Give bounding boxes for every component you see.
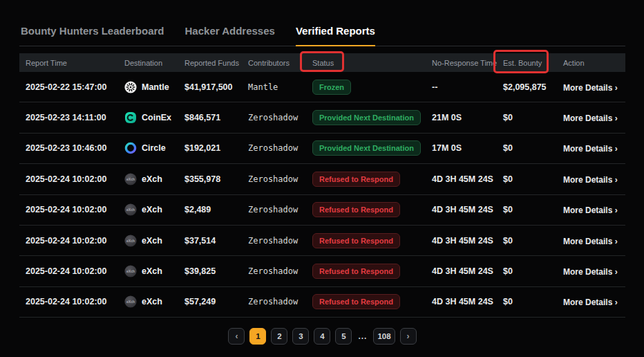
contributors-cell: Zeroshadow [242, 236, 306, 246]
exch-icon: eXch [124, 235, 137, 247]
column-header-reported-funds: Reported Funds [178, 59, 242, 67]
tab-verified-reports[interactable]: Verified Reports [296, 25, 375, 37]
report-time-cell: 2025-02-23 10:46:00 [19, 143, 118, 153]
status-cell: Provided Next Destination [306, 140, 426, 156]
pagination-page-2[interactable]: 2 [271, 328, 287, 345]
verified-reports-page: Bounty Hunters LeaderboardHacker Address… [0, 0, 644, 357]
report-time-cell: 2025-02-23 14:11:00 [19, 113, 118, 122]
column-header-status: Status [306, 59, 426, 67]
more-details-link[interactable]: More Details › [563, 144, 618, 154]
svg-text:eXch: eXch [126, 269, 135, 273]
reported-funds-cell: $39,825 [178, 266, 242, 276]
status-cell: Refused to Respond [306, 264, 426, 279]
exch-icon: eXch [124, 173, 137, 185]
more-details-link[interactable]: More Details › [563, 267, 618, 277]
more-details-link[interactable]: More Details › [563, 113, 618, 123]
action-cell: More Details › [557, 81, 625, 93]
status-cell: Refused to Respond [306, 233, 426, 248]
tab-bounty-hunters-leaderboard[interactable]: Bounty Hunters Leaderboard [21, 25, 164, 37]
report-time-cell: 2025-02-22 15:47:00 [19, 82, 118, 92]
contributors-cell: Mantle [242, 82, 306, 92]
pagination-page-3[interactable]: 3 [292, 328, 309, 345]
reported-funds-cell: $846,571 [178, 113, 242, 122]
action-cell: More Details › [557, 295, 625, 308]
table-row: 2025-02-23 10:46:00Circle$192,021Zerosha… [19, 134, 625, 164]
tab-bar: Bounty Hunters LeaderboardHacker Address… [19, 25, 625, 46]
column-header-contributors: Contributors [242, 59, 306, 67]
no-response-time-cell: 17M 0S [426, 143, 497, 153]
more-details-link[interactable]: More Details › [563, 205, 618, 215]
column-header-destination: Destination [118, 59, 178, 67]
reported-funds-cell: $41,917,500 [178, 82, 242, 92]
est-bounty-cell: $0 [497, 205, 557, 214]
table-row: 2025-02-24 10:02:00eXcheXch$57,249Zerosh… [19, 287, 625, 318]
reported-funds-cell: $57,249 [178, 297, 242, 306]
svg-text:eXch: eXch [126, 177, 135, 181]
pagination-prev-button[interactable]: ‹ [228, 328, 245, 345]
pagination-page-1[interactable]: 1 [249, 328, 266, 345]
status-cell: Refused to Respond [306, 172, 426, 187]
action-cell: More Details › [557, 142, 625, 154]
no-response-time-cell: 4D 3H 45M 24S [426, 297, 497, 306]
status-badge: Refused to Respond [312, 264, 400, 279]
svg-text:eXch: eXch [126, 208, 135, 212]
more-details-link[interactable]: More Details › [563, 83, 618, 93]
table-row: 2025-02-24 10:02:00eXcheXch$2,489Zerosha… [19, 195, 625, 226]
status-badge: Refused to Respond [312, 294, 400, 309]
pagination-ellipsis: ... [357, 331, 368, 341]
pagination-next-button[interactable]: › [400, 328, 417, 345]
contributors-cell: Zeroshadow [242, 205, 306, 214]
status-badge: Refused to Respond [312, 233, 400, 248]
destination-cell: Mantle [118, 81, 178, 93]
pagination-page-108[interactable]: 108 [373, 328, 395, 345]
reported-funds-cell: $2,489 [178, 205, 242, 214]
destination-label: CoinEx [142, 113, 171, 122]
action-cell: More Details › [557, 173, 625, 185]
destination-cell: eXcheXch [118, 235, 178, 247]
table-body: 2025-02-22 15:47:00Mantle$41,917,500Mant… [19, 72, 625, 318]
contributors-cell: Zeroshadow [242, 143, 306, 153]
status-cell: Frozen [306, 80, 426, 95]
status-badge: Provided Next Destination [312, 110, 421, 125]
action-cell: More Details › [557, 203, 625, 216]
destination-label: eXch [142, 297, 162, 306]
exch-icon: eXch [124, 265, 137, 277]
contributors-cell: Zeroshadow [242, 297, 306, 306]
reported-funds-cell: $37,514 [178, 236, 242, 246]
destination-label: Mantle [142, 82, 169, 92]
svg-text:eXch: eXch [126, 239, 135, 243]
destination-cell: Circle [118, 142, 178, 154]
action-cell: More Details › [557, 111, 625, 124]
destination-label: eXch [142, 236, 162, 246]
more-details-link[interactable]: More Details › [563, 175, 618, 185]
table-row: 2025-02-24 10:02:00eXcheXch$39,825Zerosh… [19, 256, 625, 286]
mantle-icon [124, 81, 137, 93]
report-time-cell: 2025-02-24 10:02:00 [19, 236, 118, 246]
pagination-page-4[interactable]: 4 [314, 328, 330, 345]
table-header-row: Report TimeDestinationReported FundsCont… [19, 53, 625, 72]
status-badge: Provided Next Destination [312, 140, 421, 156]
status-cell: Provided Next Destination [306, 110, 426, 125]
column-header-report-time: Report Time [19, 59, 118, 67]
action-cell: More Details › [557, 265, 625, 277]
tab-hacker-addresses[interactable]: Hacker Addresses [185, 25, 275, 37]
coinex-icon [124, 111, 137, 124]
destination-label: eXch [142, 266, 162, 276]
no-response-time-cell: 4D 3H 45M 24S [426, 236, 497, 246]
destination-cell: eXcheXch [118, 173, 178, 185]
est-bounty-cell: $0 [497, 174, 557, 184]
reported-funds-cell: $355,978 [178, 174, 242, 184]
no-response-time-cell: 4D 3H 45M 24S [426, 266, 497, 276]
status-badge: Refused to Respond [312, 172, 400, 187]
more-details-link[interactable]: More Details › [563, 298, 618, 307]
no-response-time-cell: 4D 3H 45M 24S [426, 205, 497, 214]
destination-cell: eXcheXch [118, 265, 178, 277]
report-time-cell: 2025-02-24 10:02:00 [19, 297, 118, 306]
status-badge: Frozen [312, 80, 351, 95]
contributors-cell: Zeroshadow [242, 113, 306, 122]
pagination-page-5[interactable]: 5 [335, 328, 352, 345]
report-time-cell: 2025-02-24 10:02:00 [19, 266, 118, 276]
est-bounty-cell: $0 [497, 266, 557, 276]
more-details-link[interactable]: More Details › [563, 237, 618, 246]
contributors-cell: Zeroshadow [242, 266, 306, 276]
